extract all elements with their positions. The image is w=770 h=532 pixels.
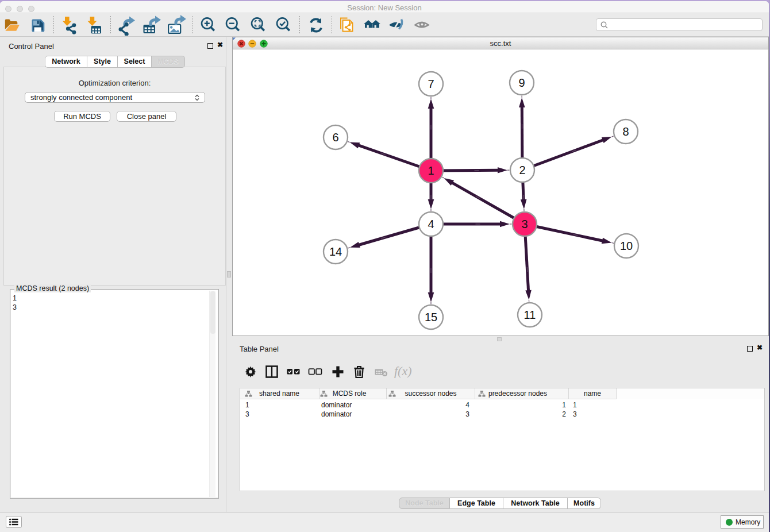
svg-text:7: 7	[428, 78, 434, 90]
svg-text:2: 2	[519, 164, 525, 176]
svg-text:6: 6	[332, 131, 338, 144]
svg-text:15: 15	[425, 311, 437, 323]
svg-text:3: 3	[521, 218, 528, 230]
svg-text:4: 4	[428, 218, 434, 230]
svg-text:1: 1	[428, 164, 434, 177]
svg-text:8: 8	[622, 125, 629, 138]
svg-text:10: 10	[620, 240, 633, 252]
svg-text:11: 11	[524, 309, 536, 321]
svg-text:9: 9	[518, 76, 525, 89]
svg-text:14: 14	[329, 245, 342, 258]
